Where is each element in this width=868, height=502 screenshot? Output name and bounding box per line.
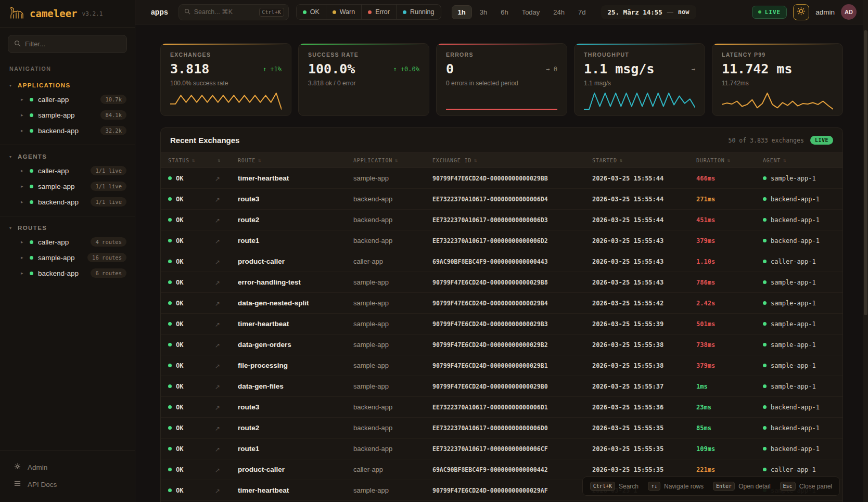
sidebar-item-api-docs[interactable]: API Docs bbox=[0, 476, 135, 493]
table-row[interactable]: OK data-gen-orders sample-app 90799F47E6… bbox=[161, 334, 843, 355]
column-header-status[interactable]: STATUS⇅ bbox=[168, 158, 215, 163]
column-header-route[interactable]: ROUTE⇅ bbox=[238, 158, 353, 163]
column-header-started[interactable]: STARTED⇅ bbox=[592, 158, 696, 163]
table-row[interactable]: OK route2 backend-app EE7322370A10617-00… bbox=[161, 210, 843, 230]
expand-cell[interactable] bbox=[215, 257, 238, 266]
stat-card: SUCCESS RATE 100.0% ↑ +0.0% 3.818 ok / 0… bbox=[298, 43, 429, 116]
table-row[interactable]: OK route1 backend-app EE7322370A10617-00… bbox=[161, 230, 843, 251]
started-cell: 2026-03-25 15:55:44 bbox=[592, 196, 696, 203]
time-range-3h[interactable]: 3h bbox=[474, 6, 493, 19]
time-range-1h[interactable]: 1h bbox=[452, 5, 472, 19]
time-range-24h[interactable]: 24h bbox=[547, 6, 570, 19]
agent-status-dot bbox=[763, 218, 767, 222]
camel-logo-icon bbox=[9, 6, 25, 21]
table-row[interactable]: OK error-handling-test sample-app 90799F… bbox=[161, 272, 843, 293]
sidebar-filter-input[interactable] bbox=[25, 40, 121, 48]
expand-cell[interactable] bbox=[215, 486, 238, 495]
expand-cell[interactable] bbox=[215, 236, 238, 246]
sidebar-item-agent[interactable]: ▸ caller-app 1/1 live bbox=[0, 163, 135, 178]
column-header-application[interactable]: APPLICATION⇅ bbox=[353, 158, 432, 163]
stat-card-value: 0 bbox=[446, 61, 454, 76]
sort-icon: ⇅ bbox=[395, 158, 398, 163]
table-row[interactable]: OK route3 backend-app EE7322370A10617-00… bbox=[161, 397, 843, 418]
agent-status-dot bbox=[763, 468, 767, 471]
column-header-expand[interactable]: ⇅ bbox=[215, 158, 238, 163]
theme-toggle-button[interactable] bbox=[793, 4, 809, 20]
expand-cell[interactable] bbox=[215, 299, 238, 308]
agent-label: sample-app-1 bbox=[771, 362, 816, 369]
expand-cell[interactable] bbox=[215, 215, 238, 225]
sidebar-item-application[interactable]: ▸ backend-app 32.2k bbox=[0, 123, 135, 138]
expand-cell[interactable] bbox=[215, 423, 238, 433]
column-header-exchange-id[interactable]: EXCHANGE ID⇅ bbox=[432, 158, 592, 163]
navigation-label: NAVIGATION bbox=[9, 66, 125, 72]
section-title: APPLICATIONS bbox=[18, 82, 71, 88]
sidebar-item-route[interactable]: ▸ caller-app 4 routes bbox=[0, 234, 135, 250]
time-range-7d[interactable]: 7d bbox=[572, 6, 591, 19]
agent-status-dot bbox=[763, 384, 767, 388]
status-filter-chip[interactable]: Running bbox=[396, 5, 441, 19]
column-header-duration[interactable]: DURATION⇅ bbox=[696, 158, 763, 163]
status-filter-chip[interactable]: OK bbox=[297, 5, 326, 19]
user-name[interactable]: admin bbox=[815, 8, 835, 16]
stat-card-trend: → 0 bbox=[543, 66, 557, 73]
search-input[interactable] bbox=[194, 8, 256, 16]
table-row[interactable]: OK data-gen-nested-split sample-app 9079… bbox=[161, 293, 843, 314]
duration-cell: 221ms bbox=[696, 466, 763, 473]
table-row[interactable]: OK route1 backend-app EE7322370A10617-00… bbox=[161, 439, 843, 459]
expand-cell[interactable] bbox=[215, 174, 238, 183]
table-row[interactable]: OK timer-heartbeat sample-app 90799F47E6… bbox=[161, 314, 843, 334]
global-search[interactable]: Ctrl+K bbox=[178, 4, 289, 20]
column-header-agent[interactable]: AGENT⇅ bbox=[763, 158, 843, 163]
agent-status-dot bbox=[763, 260, 767, 263]
time-range-today[interactable]: Today bbox=[516, 6, 546, 19]
open-detail-icon bbox=[215, 467, 220, 474]
section-head-agents[interactable]: ▾ AGENTS bbox=[0, 150, 135, 163]
route-cell: route3 bbox=[238, 403, 353, 411]
table-row[interactable]: OK route2 backend-app EE7322370A10617-00… bbox=[161, 418, 843, 439]
expand-cell[interactable] bbox=[215, 340, 238, 350]
status-cell: OK bbox=[168, 383, 215, 390]
section-applications: ▾ APPLICATIONS ▸ caller-app 10.7k ▸ bbox=[0, 74, 135, 138]
expand-cell[interactable] bbox=[215, 444, 238, 454]
date-range-display[interactable]: 25. März 14:55 — now bbox=[601, 5, 696, 19]
kbd-hint-label: Close panel bbox=[799, 483, 832, 490]
scrollbar-track[interactable] bbox=[863, 0, 868, 502]
status-filter-chip[interactable]: Warn bbox=[326, 5, 361, 19]
application-cell: backend-app bbox=[353, 445, 432, 453]
sidebar-filter[interactable] bbox=[8, 35, 127, 53]
expand-cell[interactable] bbox=[215, 361, 238, 370]
avatar[interactable]: AD bbox=[841, 4, 857, 20]
expand-cell[interactable] bbox=[215, 195, 238, 204]
status-dot bbox=[168, 301, 172, 305]
sidebar-item-agent[interactable]: ▸ backend-app 1/1 live bbox=[0, 194, 135, 210]
expand-cell[interactable] bbox=[215, 403, 238, 412]
time-range-6h[interactable]: 6h bbox=[495, 6, 514, 19]
table-row[interactable]: OK product-caller caller-app 69AC90BF8EB… bbox=[161, 251, 843, 272]
open-detail-icon bbox=[215, 425, 220, 432]
expand-cell[interactable] bbox=[215, 278, 238, 287]
sidebar-item-application[interactable]: ▸ sample-app 84.1k bbox=[0, 107, 135, 123]
table-row[interactable]: OK timer-heartbeat sample-app 90799F47E6… bbox=[161, 168, 843, 189]
section-head-applications[interactable]: ▾ APPLICATIONS bbox=[0, 79, 135, 92]
sidebar-item-route[interactable]: ▸ backend-app 6 routes bbox=[0, 265, 135, 281]
table-row[interactable]: OK file-processing sample-app 90799F47E6… bbox=[161, 355, 843, 376]
sidebar-item-application[interactable]: ▸ caller-app 10.7k bbox=[0, 92, 135, 107]
expand-cell[interactable] bbox=[215, 382, 238, 391]
table-live-badge[interactable]: LIVE bbox=[810, 136, 833, 145]
section-head-routes[interactable]: ▾ ROUTES bbox=[0, 222, 135, 234]
duration-cell: 1.10s bbox=[696, 258, 763, 265]
expand-cell[interactable] bbox=[215, 465, 238, 474]
sidebar-item-agent[interactable]: ▸ sample-app 1/1 live bbox=[0, 178, 135, 194]
status-filter-chip[interactable]: Error bbox=[361, 5, 396, 19]
breadcrumb[interactable]: apps bbox=[151, 8, 168, 16]
sidebar-item-route[interactable]: ▸ sample-app 16 routes bbox=[0, 250, 135, 265]
expand-cell[interactable] bbox=[215, 319, 238, 329]
scrollbar-thumb[interactable] bbox=[864, 30, 867, 315]
status-label: OK bbox=[176, 237, 183, 244]
table-row[interactable]: OK route3 backend-app EE7322370A10617-00… bbox=[161, 189, 843, 210]
sidebar-item-admin[interactable]: Admin bbox=[0, 458, 135, 476]
table-row[interactable]: OK data-gen-files sample-app 90799F47E6C… bbox=[161, 376, 843, 397]
live-toggle[interactable]: LIVE bbox=[752, 6, 787, 19]
kbd-badge: Ctrl+K bbox=[590, 482, 615, 491]
